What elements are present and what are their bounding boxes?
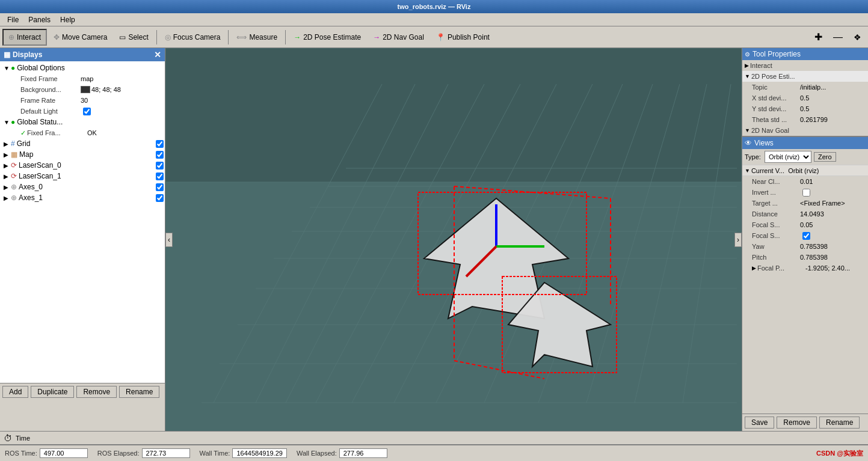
add-button[interactable]: Add [2,386,28,398]
remove-button[interactable]: Remove [76,386,117,398]
2d-nav-button[interactable]: → 2D Nav Goal [368,29,429,46]
background-row[interactable]: Background... 48; 48; 48 [1,84,164,95]
interact-prop-row[interactable]: ▶ Interact [742,60,868,71]
focal-s2-row[interactable]: Focal S... [742,230,868,241]
svg-rect-1 [165,48,742,182]
global-status-item[interactable]: ▼ ● Global Statu... [1,117,164,127]
2d-pose-prop-label: 2D Pose Esti... [751,73,805,80]
focal-p-row[interactable]: ▶ Focal P... -1.9205; 2.40... [742,263,868,273]
focus-camera-button[interactable]: ◎ Focus Camera [159,29,226,46]
grid-checkbox[interactable] [156,140,164,148]
yaw-row[interactable]: Yaw 0.785398 [742,241,868,252]
viewport-arrow-left[interactable]: ‹ [165,233,173,247]
interact-icon: ⊕ [8,33,14,41]
y-std-row[interactable]: Y std devi... 0.5 [742,103,868,114]
measure-label: Measure [249,33,277,41]
duplicate-button[interactable]: Duplicate [31,386,74,398]
invert-row[interactable]: Invert ... [742,187,868,198]
settings-icon-btn[interactable]: ❖ [849,29,866,46]
publish-point-label: Publish Point [448,33,490,41]
views-type-row: Type: Orbit (rviz) Zero [742,149,868,165]
2d-nav-prop-row[interactable]: ▼ 2D Nav Goal [742,125,868,136]
axes0-item[interactable]: ▶ ⊕ Axes_0 [1,182,164,192]
current-view-type: Orbit (rviz) [788,167,819,174]
viewport-arrow-right[interactable]: › [734,233,742,247]
invert-checkbox[interactable] [802,189,810,197]
default-light-checkbox[interactable] [83,108,91,115]
remove-icon-btn[interactable]: — [829,29,847,46]
fixed-frame-status-row[interactable]: ✓ Fixed Fra... OK [1,127,164,138]
menu-bar: File Panels Help [0,13,868,26]
tool-properties-title: Tool Properties [753,50,801,58]
interact-button[interactable]: ⊕ Interact [2,29,47,46]
ros-time-label: ROS Time: [5,450,37,457]
watermark-text: CSDN @实验室 [816,449,863,458]
views-save-button[interactable]: Save [745,417,774,429]
x-std-value: 0.5 [800,94,866,102]
views-rename-button[interactable]: Rename [819,417,860,429]
wall-elapsed-field: Wall Elapsed: 277.96 [297,448,387,458]
toolbar: ⊕ Interact ✥ Move Camera ▭ Select ◎ Focu… [0,26,868,48]
grid-item[interactable]: ▶ # Grid [1,138,164,149]
current-view-header[interactable]: ▼ Current V... Orbit (rviz) [742,165,868,176]
publish-point-button[interactable]: 📍 Publish Point [431,29,495,46]
target-frame-row[interactable]: Target ... <Fixed Frame> [742,198,868,209]
default-light-row[interactable]: Default Light [1,106,164,117]
axes0-checkbox[interactable] [156,183,164,191]
status-bar: ⏱ Time [0,431,868,444]
displays-close[interactable]: ✕ [154,50,161,60]
laserscan1-item[interactable]: ▶ ⟳ LaserScan_1 [1,171,164,182]
frame-rate-row[interactable]: Frame Rate 30 [1,95,164,106]
laserscan0-checkbox[interactable] [156,162,164,169]
main-layout: ▦ Displays ✕ ▼ ● Global Options Fixed Fr… [0,48,868,431]
topic-row[interactable]: Topic /initialp... [742,82,868,93]
laserscan0-item[interactable]: ▶ ⟳ LaserScan_0 [1,160,164,171]
topic-label: Topic [752,84,800,91]
background-label: Background... [20,86,81,93]
topic-value: /initialp... [800,84,866,91]
near-clip-row[interactable]: Near Cl... 0.01 [742,176,868,187]
views-zero-button[interactable]: Zero [814,152,836,162]
time-bar: ROS Time: 497.00 ROS Elapsed: 272.73 Wal… [0,444,868,461]
ros-elapsed-field: ROS Elapsed: 272.73 [97,448,190,458]
views-type-select[interactable]: Orbit (rviz) [765,151,811,163]
x-std-row[interactable]: X std devi... 0.5 [742,93,868,103]
axes0-icon: ⊕ [11,183,17,191]
fixed-frame-row[interactable]: Fixed Frame map [1,73,164,84]
move-camera-button[interactable]: ✥ Move Camera [48,29,112,46]
2d-pose-prop-row[interactable]: ▼ 2D Pose Esti... [742,71,868,82]
publish-point-icon: 📍 [436,33,445,41]
menu-panels[interactable]: Panels [23,14,55,25]
grid-icon: # [11,139,15,148]
views-remove-button[interactable]: Remove [777,417,817,429]
menu-file[interactable]: File [2,14,23,25]
axes1-item[interactable]: ▶ ⊕ Axes_1 [1,192,164,203]
pitch-row[interactable]: Pitch 0.785398 [742,252,868,263]
laserscan1-checkbox[interactable] [156,172,164,180]
axes1-icon: ⊕ [11,194,17,202]
tool-properties-section: ⚙ Tool Properties ▶ Interact ▼ 2D Pose E… [742,48,868,136]
wall-time-field: Wall Time: 1644584919.29 [200,448,287,458]
move-camera-label: Move Camera [62,33,107,41]
views-title: Views [754,139,774,147]
map-item[interactable]: ▶ ▦ Map [1,149,164,160]
focal-s1-label: Focal S... [752,221,800,228]
distance-row[interactable]: Distance 14.0493 [742,209,868,219]
theta-std-row[interactable]: Theta std ... 0.261799 [742,114,868,125]
ros-time-field: ROS Time: 497.00 [5,448,88,458]
select-button[interactable]: ▭ Select [114,29,153,46]
axes1-checkbox[interactable] [156,194,164,202]
rename-button[interactable]: Rename [119,386,159,398]
global-options-item[interactable]: ▼ ● Global Options [1,63,164,73]
add-icon-btn[interactable]: ✚ [810,29,826,46]
viewport[interactable]: ‹ › [165,48,742,431]
near-clip-label: Near Cl... [752,178,800,185]
2d-pose-button[interactable]: → 2D Pose Estimate [288,29,366,46]
measure-button[interactable]: ⟺ Measure [231,29,283,46]
target-frame-label: Target ... [752,200,800,207]
menu-help[interactable]: Help [55,14,80,25]
focal-s1-row[interactable]: Focal S... 0.05 [742,219,868,230]
focal-s2-checkbox[interactable] [802,232,810,240]
map-arrow: ▶ [4,151,11,158]
map-checkbox[interactable] [156,151,164,159]
